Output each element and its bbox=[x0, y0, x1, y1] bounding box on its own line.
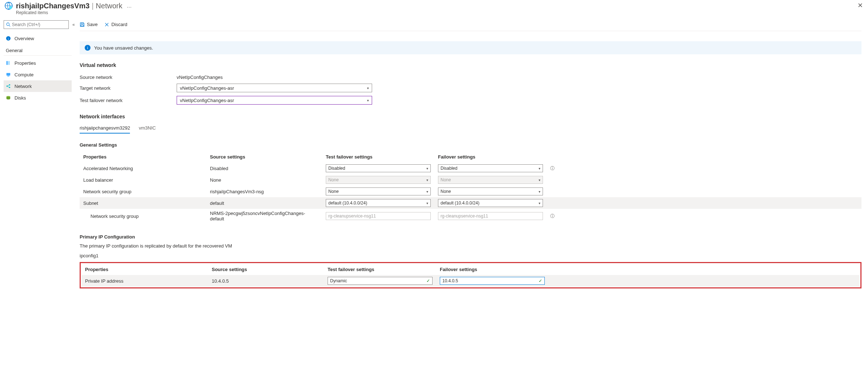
private-ip-tfo-input[interactable]: Dynamic ✓ bbox=[328, 277, 433, 285]
col-source-header: Source settings bbox=[206, 152, 322, 162]
blade-header: rishjaiIpChangesVm3 | Network … ✕ bbox=[0, 0, 868, 10]
nsg-tfo-dropdown[interactable]: None▾ bbox=[326, 187, 431, 195]
page-title: rishjaiIpChangesVm3 bbox=[16, 2, 89, 10]
chevron-down-icon: ▾ bbox=[539, 201, 540, 205]
source-network-label: Source network bbox=[80, 75, 177, 80]
search-input[interactable] bbox=[12, 22, 66, 27]
accel-net-fo-dropdown[interactable]: Disabled▾ bbox=[438, 164, 543, 172]
svg-point-11 bbox=[9, 84, 10, 86]
row-source: default bbox=[206, 199, 322, 207]
breadcrumb[interactable]: Replicated items bbox=[0, 10, 868, 18]
table-row: Load balancer None None▾ None▾ bbox=[80, 174, 861, 186]
svg-line-3 bbox=[9, 25, 10, 26]
more-actions-button[interactable]: … bbox=[127, 3, 132, 9]
sidebar-item-label: Network bbox=[14, 84, 32, 89]
row-prop: Accelerated Networking bbox=[80, 165, 206, 172]
row-prop: Private IP address bbox=[81, 277, 208, 285]
save-icon bbox=[80, 22, 85, 27]
table-row: Network security group NRMS-2pecgwj5zson… bbox=[80, 209, 861, 223]
general-settings-grid: Properties Source settings Test failover… bbox=[80, 151, 861, 223]
chevron-down-icon: ▾ bbox=[426, 190, 428, 194]
main-content: Save Discard i You have unsaved changes.… bbox=[73, 18, 868, 380]
chevron-down-icon: ▾ bbox=[539, 166, 540, 170]
source-network-value: vNetIpConfigChanges bbox=[177, 75, 372, 80]
lb-fo-dropdown: None▾ bbox=[438, 176, 543, 184]
svg-rect-15 bbox=[81, 25, 84, 26]
chevron-down-icon: ▾ bbox=[426, 178, 428, 182]
check-icon: ✓ bbox=[426, 278, 430, 283]
sidebar-item-properties[interactable]: Properties bbox=[4, 57, 72, 69]
section-virtual-network-title: Virtual network bbox=[80, 62, 861, 68]
row-prop: Network security group bbox=[80, 212, 206, 220]
chevron-down-icon: ▾ bbox=[367, 86, 369, 90]
row-prop: Load balancer bbox=[80, 176, 206, 184]
sidebar-item-label: Disks bbox=[14, 95, 26, 101]
general-settings-title: General Settings bbox=[80, 142, 861, 148]
section-nic-title: Network interfaces bbox=[80, 114, 861, 119]
svg-point-1 bbox=[9, 6, 12, 9]
row-prop: Subnet bbox=[80, 199, 206, 207]
row-source: Disabled bbox=[206, 165, 322, 172]
info-icon: i bbox=[6, 36, 12, 41]
row-prop: Network security group bbox=[80, 188, 206, 195]
col-prop-header: Properties bbox=[81, 265, 208, 274]
check-icon: ✓ bbox=[539, 278, 542, 283]
sidebar: « i Overview General Properties Compute bbox=[0, 18, 73, 380]
sidebar-search[interactable] bbox=[4, 20, 69, 29]
target-network-dropdown[interactable]: vNetIpConfigChanges-asr ▾ bbox=[177, 84, 372, 92]
info-icon[interactable]: ⓘ bbox=[547, 212, 555, 220]
svg-point-2 bbox=[7, 23, 9, 26]
resource-icon bbox=[4, 1, 13, 10]
svg-rect-9 bbox=[7, 76, 9, 77]
discard-button[interactable]: Discard bbox=[104, 22, 127, 27]
table-row: Network security group rishjaiIpChangesV… bbox=[80, 186, 861, 197]
col-tfo-header: Test failover settings bbox=[324, 265, 436, 274]
sidebar-item-compute[interactable]: Compute bbox=[4, 69, 72, 80]
col-fo-header: Failover settings bbox=[436, 265, 548, 274]
col-fo-header: Failover settings bbox=[434, 152, 547, 162]
row-source: rishjaiIpChangesVm3-nsg bbox=[206, 188, 322, 195]
banner-text: You have unsaved changes. bbox=[94, 45, 153, 51]
dropdown-value: vNetIpConfigChanges-asr bbox=[180, 98, 234, 103]
primary-ip-subtitle: The primary IP configuration is replicat… bbox=[80, 243, 861, 249]
info-icon[interactable]: ⓘ bbox=[547, 164, 555, 173]
accel-net-tfo-dropdown[interactable]: Disabled▾ bbox=[326, 164, 431, 172]
close-blade-button[interactable]: ✕ bbox=[858, 1, 863, 9]
svg-point-12 bbox=[9, 87, 10, 88]
subnet-nsg-fo-input: rg-cleanupservice-nsg11 bbox=[438, 212, 543, 220]
tfo-network-label: Test failover network bbox=[80, 98, 177, 103]
sidebar-item-label: Overview bbox=[14, 36, 34, 41]
subnet-tfo-dropdown[interactable]: default (10.4.0.0/24)▾ bbox=[326, 199, 431, 207]
tfo-network-dropdown[interactable]: vNetIpConfigChanges-asr ▾ bbox=[177, 96, 372, 105]
sidebar-group-general: General bbox=[4, 44, 72, 56]
unsaved-changes-banner: i You have unsaved changes. bbox=[80, 41, 861, 54]
nic-tab-1[interactable]: vm3NIC bbox=[139, 123, 156, 134]
chevron-down-icon: ▾ bbox=[367, 98, 369, 102]
svg-rect-14 bbox=[81, 22, 83, 24]
private-ip-fo-input[interactable]: 10.4.0.5 ✓ bbox=[440, 277, 545, 285]
sidebar-item-overview[interactable]: i Overview bbox=[4, 33, 72, 44]
info-icon: i bbox=[85, 45, 90, 51]
page-subtitle: Network bbox=[96, 2, 122, 10]
row-source: 10.4.0.5 bbox=[208, 277, 324, 285]
nic-tabs: rishjaiipchangesvm3292 vm3NIC bbox=[80, 123, 861, 134]
save-button[interactable]: Save bbox=[80, 22, 98, 27]
table-row: Private IP address 10.4.0.5 Dynamic ✓ 10… bbox=[81, 275, 860, 287]
col-source-header: Source settings bbox=[208, 265, 324, 274]
nic-tab-0[interactable]: rishjaiipchangesvm3292 bbox=[80, 123, 130, 134]
compute-icon bbox=[6, 72, 12, 77]
nsg-fo-dropdown[interactable]: None▾ bbox=[438, 187, 543, 195]
ipconfig-name: ipconfig1 bbox=[80, 253, 861, 258]
svg-rect-7 bbox=[8, 61, 10, 65]
save-label: Save bbox=[87, 22, 98, 27]
subnet-fo-dropdown[interactable]: default (10.4.0.0/24)▾ bbox=[438, 199, 543, 207]
sidebar-item-disks[interactable]: Disks bbox=[4, 92, 72, 104]
sidebar-item-network[interactable]: Network bbox=[4, 80, 72, 92]
lb-tfo-dropdown: None▾ bbox=[326, 176, 431, 184]
chevron-down-icon: ▾ bbox=[539, 190, 540, 194]
target-network-label: Target network bbox=[80, 85, 177, 91]
row-source: NRMS-2pecgwj5zsoncvNetIpConfigChanges-de… bbox=[206, 210, 322, 223]
dropdown-value: vNetIpConfigChanges-asr bbox=[180, 85, 234, 91]
svg-rect-8 bbox=[7, 73, 10, 76]
svg-rect-6 bbox=[7, 61, 8, 65]
